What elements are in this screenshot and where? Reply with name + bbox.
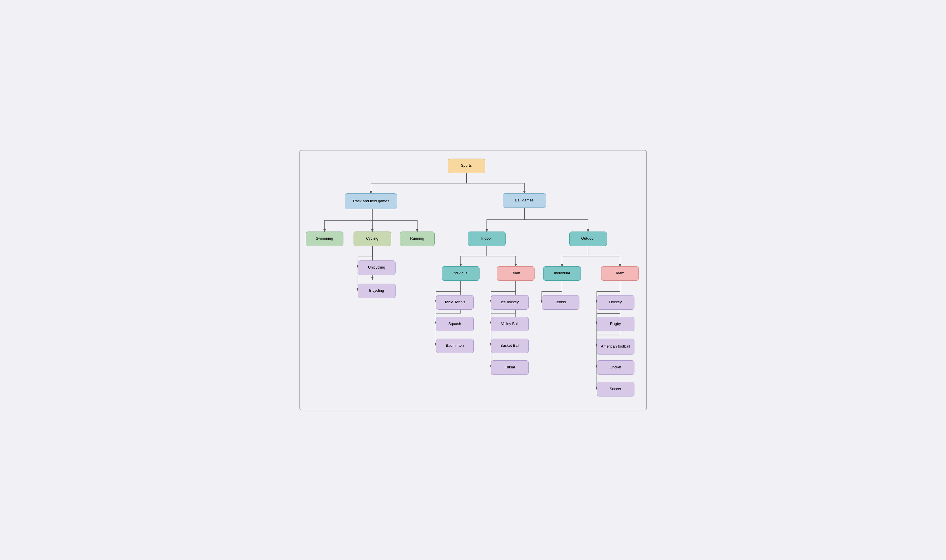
soccer-node: Soccer [597, 382, 635, 397]
futsal-node: Futsal [491, 360, 529, 375]
badminton-node: Badminton [436, 338, 474, 353]
indoor-individual-node: Individual [442, 266, 479, 281]
tennis-node: Tennis [542, 295, 579, 310]
outdoor-team-node: Team [601, 266, 639, 281]
basket-ball-node: Basket Ball [491, 338, 529, 353]
ice-hockey-node: Ice hockey [491, 295, 529, 310]
indoor-node: Indoor [468, 232, 505, 246]
ball-node: Ball games [503, 193, 546, 208]
diagram-container: Sports Track and field games Ball games … [299, 150, 647, 410]
swimming-node: Swimming [306, 232, 344, 246]
outdoor-node: Outdoor [569, 232, 607, 246]
sports-node: Sports [448, 158, 485, 173]
rugby-node: Rugby [597, 317, 635, 331]
squash-node: Squash [436, 317, 474, 331]
indoor-team-node: Team [497, 266, 535, 281]
bicycling-node: Bicycling [358, 284, 396, 298]
cricket-node: Cricket [597, 360, 635, 375]
hockey-node: Hockey [597, 295, 635, 310]
table-tennis-node: Table Tennis [436, 295, 474, 310]
track-node: Track and field games [345, 193, 397, 209]
running-node: Running [400, 232, 434, 246]
cycling-node: Cycling [354, 232, 391, 246]
american-football-node: American football [597, 338, 635, 354]
unicycling-node: Unicycling [358, 260, 396, 275]
volley-ball-node: Volley Ball [491, 317, 529, 331]
outdoor-individual-node: Individual [543, 266, 581, 281]
